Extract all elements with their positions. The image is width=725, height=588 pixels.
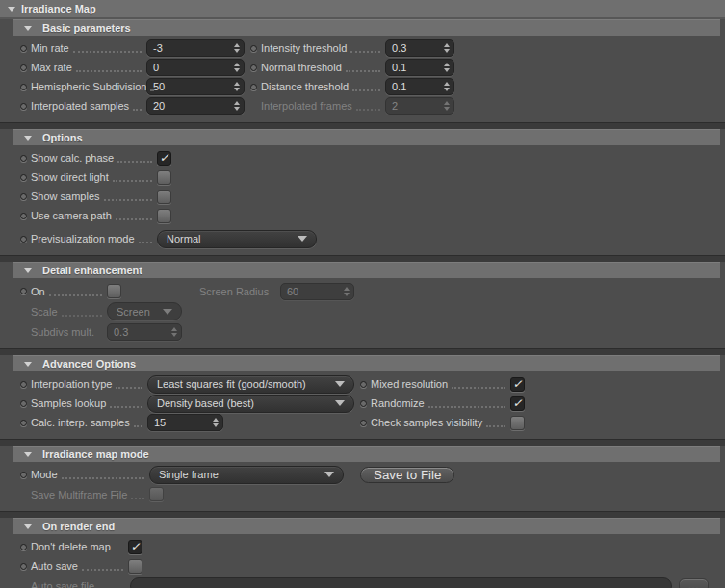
param-bullet-icon xyxy=(250,45,257,52)
collapse-triangle-icon[interactable] xyxy=(8,7,15,12)
section-on-render-end: Don't delete map ✓ Auto save Auto save f… xyxy=(0,534,725,588)
section-divider xyxy=(0,439,725,446)
irradiance-map-panel: Irradiance Map Basic parameters Min rate… xyxy=(0,0,725,588)
min-rate-value: -3 xyxy=(147,42,230,54)
stepper-icon[interactable] xyxy=(230,63,244,72)
stepper-icon[interactable] xyxy=(209,418,222,427)
save-to-file-button[interactable]: Save to File xyxy=(360,467,454,483)
stepper-icon[interactable] xyxy=(230,82,244,91)
param-bullet-icon xyxy=(20,236,27,243)
param-bullet-icon xyxy=(20,84,27,90)
show-calc-phase-checkbox[interactable]: ✓ xyxy=(157,151,171,166)
collapse-triangle-icon[interactable] xyxy=(24,524,32,529)
param-row: Max rate 0 Normal threshold 0.1 xyxy=(0,58,725,77)
use-camera-path-checkbox[interactable] xyxy=(157,209,171,223)
stepper-icon[interactable] xyxy=(440,82,453,91)
auto-save-file-input xyxy=(130,577,672,588)
intensity-threshold-spinner[interactable]: 0.3 xyxy=(385,39,454,57)
param-row: Show direct light xyxy=(0,167,725,187)
section-header-advanced-options[interactable]: Advanced Options xyxy=(13,355,720,371)
save-multiframe-file-checkbox xyxy=(149,487,164,501)
param-bullet-icon xyxy=(250,64,257,71)
interpolated-samples-spinner[interactable]: 20 xyxy=(146,97,245,115)
interpolated-frames-spinner: 2 xyxy=(385,97,454,115)
normal-threshold-spinner[interactable]: 0.1 xyxy=(385,59,454,76)
previsualization-mode-dropdown[interactable]: Normal xyxy=(157,230,317,248)
collapse-triangle-icon[interactable] xyxy=(24,452,32,457)
section-header-on-render-end[interactable]: On render end xyxy=(13,518,720,534)
dropdown-arrow-icon xyxy=(335,381,345,387)
section-header-irradiance-map-mode[interactable]: Irradiance map mode xyxy=(13,446,720,462)
dotted-leader xyxy=(352,82,380,91)
interpolated-frames-value: 2 xyxy=(386,100,440,112)
param-bullet-icon xyxy=(20,213,27,219)
dotted-leader xyxy=(113,172,152,182)
check-samples-visibility-label: Check samples visibility xyxy=(371,417,482,428)
stepper-icon[interactable] xyxy=(440,43,453,53)
section-divider xyxy=(0,122,725,129)
collapse-triangle-icon[interactable] xyxy=(24,26,32,31)
panel-header-irradiance-map[interactable]: Irradiance Map xyxy=(0,0,725,19)
param-row: Scale Screen xyxy=(0,301,725,321)
distance-threshold-spinner[interactable]: 0.1 xyxy=(385,78,454,95)
param-bullet-icon xyxy=(360,400,367,407)
dont-delete-map-checkbox[interactable]: ✓ xyxy=(128,540,142,554)
dotted-leader xyxy=(116,211,152,220)
dotted-leader xyxy=(133,101,142,111)
min-rate-spinner[interactable]: -3 xyxy=(146,39,245,57)
samples-lookup-dropdown[interactable]: Density based (best) xyxy=(147,395,354,413)
intensity-threshold-label: Intensity threshold xyxy=(261,42,347,54)
calc-interp-samples-spinner[interactable]: 15 xyxy=(147,414,223,431)
min-rate-label: Min rate xyxy=(31,42,69,54)
param-bullet-icon xyxy=(20,288,27,294)
param-row: Auto save file ... xyxy=(0,575,725,588)
param-row: Hemispheric Subdivision 50 Distance thre… xyxy=(0,77,725,96)
subdivs-mult-label: Subdivs mult. xyxy=(31,326,94,338)
show-samples-checkbox[interactable] xyxy=(157,190,171,204)
dotted-leader xyxy=(356,101,380,111)
mode-dropdown[interactable]: Single frame xyxy=(149,466,344,484)
dropdown-arrow-icon xyxy=(335,400,345,406)
section-header-basic-parameters[interactable]: Basic parameters xyxy=(13,19,720,36)
scale-dropdown: Screen xyxy=(107,302,182,320)
section-header-options[interactable]: Options xyxy=(13,129,720,145)
param-bullet-icon xyxy=(20,193,27,200)
calc-interp-samples-value: 15 xyxy=(148,417,209,428)
collapse-triangle-icon[interactable] xyxy=(24,362,32,367)
stepper-icon xyxy=(340,287,353,296)
section-title: Irradiance map mode xyxy=(42,448,149,460)
section-divider xyxy=(0,511,725,518)
check-samples-visibility-checkbox[interactable] xyxy=(510,416,525,430)
detail-on-checkbox[interactable] xyxy=(107,284,121,298)
subdivs-mult-value: 0.3 xyxy=(108,326,168,338)
max-rate-spinner[interactable]: 0 xyxy=(146,59,245,76)
param-row: Interpolation type Least squares fit (go… xyxy=(0,374,725,394)
interpolation-type-value: Least squares fit (good/smooth) xyxy=(148,378,335,390)
param-bullet-icon xyxy=(360,420,367,426)
param-row: Don't delete map ✓ xyxy=(0,537,725,556)
randomize-checkbox[interactable]: ✓ xyxy=(510,396,525,411)
hemispheric-subdivision-label: Hemispheric Subdivision xyxy=(31,81,146,92)
dotted-leader xyxy=(62,470,144,479)
mode-label: Mode xyxy=(31,469,58,480)
param-bullet-icon xyxy=(20,563,27,570)
stepper-icon[interactable] xyxy=(440,63,453,72)
interpolation-type-dropdown[interactable]: Least squares fit (good/smooth) xyxy=(147,375,354,394)
param-bullet-icon xyxy=(20,155,27,162)
section-detail-enhancement: On Screen Radius 60 Scale Screen Subdivs… xyxy=(0,278,725,345)
show-direct-light-checkbox[interactable] xyxy=(157,170,171,185)
section-header-detail-enhancement[interactable]: Detail enhancement xyxy=(13,262,720,278)
collapse-triangle-icon[interactable] xyxy=(24,268,32,273)
dotted-leader xyxy=(62,307,102,317)
section-divider xyxy=(0,255,725,262)
collapse-triangle-icon[interactable] xyxy=(24,136,32,141)
auto-save-checkbox[interactable] xyxy=(128,559,142,574)
subdivs-mult-spinner: 0.3 xyxy=(107,323,182,341)
hemispheric-subdivision-spinner[interactable]: 50 xyxy=(146,78,245,95)
dotted-leader xyxy=(104,192,152,201)
section-title: Advanced Options xyxy=(42,358,136,370)
mixed-resolution-checkbox[interactable]: ✓ xyxy=(510,377,525,392)
stepper-icon[interactable] xyxy=(230,101,244,111)
param-row: Min rate -3 Intensity threshold 0.3 xyxy=(0,38,725,58)
stepper-icon[interactable] xyxy=(230,43,244,53)
